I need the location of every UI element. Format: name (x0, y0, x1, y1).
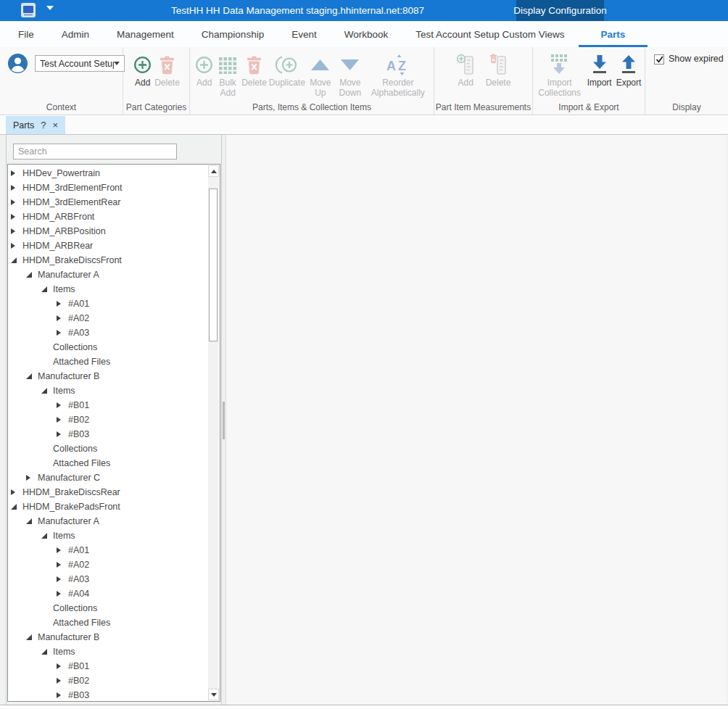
tree-item-a01[interactable]: #A01 (8, 297, 220, 311)
expander-expanded-icon[interactable] (26, 272, 32, 278)
delete-part-item-button[interactable]: Delete (241, 51, 267, 88)
add-measurement-button[interactable]: Add (456, 51, 476, 88)
tree-item-a02[interactable]: #A02 (8, 557, 220, 572)
expander-collapsed-icon[interactable] (57, 678, 61, 684)
move-down-button[interactable]: Move Down (336, 51, 365, 98)
expander-collapsed-icon[interactable] (57, 562, 61, 568)
tree-item-hhdm-brakediscsfront[interactable]: HHDM_BrakeDiscsFront (8, 253, 220, 268)
tab-parts-document[interactable]: Parts ? × (6, 116, 65, 134)
expander-expanded-icon[interactable] (41, 388, 47, 394)
duplicate-button[interactable]: Duplicate (269, 51, 305, 88)
expander-collapsed-icon[interactable] (11, 214, 15, 220)
tree-item-a03[interactable]: #A03 (8, 326, 220, 340)
expander-collapsed-icon[interactable] (57, 576, 61, 582)
tree-item-hhdm-brakepadsfront[interactable]: HHDM_BrakePadsFront (8, 499, 220, 514)
tab-admin[interactable]: Admin (48, 22, 103, 47)
add-part-category-button[interactable]: Add (133, 51, 152, 88)
tab-parts[interactable]: Parts (579, 22, 648, 47)
expander-collapsed-icon[interactable] (57, 315, 61, 321)
show-expired-checkbox[interactable]: Show expired (645, 47, 728, 65)
close-icon[interactable]: × (52, 120, 58, 130)
tree-item-collections[interactable]: Collections (8, 441, 220, 456)
tree-item-a02[interactable]: #A02 (8, 311, 220, 326)
tab-workbook[interactable]: Workbook (331, 22, 402, 47)
expander-collapsed-icon[interactable] (57, 663, 61, 669)
tree-item-items[interactable]: Items (8, 282, 220, 297)
reorder-alphabetically-button[interactable]: A Z Reorder Alphabetically (367, 51, 429, 98)
expander-collapsed-icon[interactable] (57, 692, 61, 698)
expander-collapsed-icon[interactable] (57, 547, 61, 553)
scroll-down-button[interactable] (208, 689, 219, 700)
tree-item-collections[interactable]: Collections (8, 601, 220, 615)
context-selector[interactable]: Test Account Setup (35, 55, 125, 72)
tree-item-attached-files[interactable]: Attached Files (8, 456, 220, 470)
import-collections-button[interactable]: Import Collections (537, 51, 583, 98)
tab-event[interactable]: Event (278, 22, 331, 47)
expander-expanded-icon[interactable] (26, 518, 32, 524)
tree-item-collections[interactable]: Collections (8, 340, 220, 354)
expander-collapsed-icon[interactable] (11, 243, 15, 249)
app-icon[interactable] (21, 3, 36, 17)
search-input[interactable] (13, 144, 177, 159)
tree-item-items[interactable]: Items (8, 383, 220, 398)
tree-item-manufacturer-a[interactable]: Manufacturer A (8, 514, 220, 528)
help-icon[interactable]: ? (41, 120, 46, 130)
expander-collapsed-icon[interactable] (57, 330, 61, 336)
expander-collapsed-icon[interactable] (11, 185, 15, 191)
tab-management[interactable]: Management (103, 22, 188, 47)
tree-item-a01[interactable]: #A01 (8, 543, 220, 557)
tree-item-hhdm-3rdelementrear[interactable]: HHDM_3rdElementRear (8, 195, 220, 210)
tab-test-account-setup-custom-views[interactable]: Test Account Setup Custom Views (402, 22, 578, 47)
tree-item-attached-files[interactable]: Attached Files (8, 615, 220, 630)
expander-collapsed-icon[interactable] (57, 417, 61, 423)
expander-expanded-icon[interactable] (26, 373, 32, 379)
expander-expanded-icon[interactable] (41, 649, 47, 655)
expander-collapsed-icon[interactable] (26, 475, 30, 481)
expander-expanded-icon[interactable] (11, 504, 17, 510)
tree-item-items[interactable]: Items (8, 528, 220, 543)
expander-collapsed-icon[interactable] (57, 591, 61, 597)
tree-item-manufacturer-b[interactable]: Manufacturer B (8, 369, 220, 383)
expander-collapsed-icon[interactable] (57, 402, 61, 408)
delete-measurement-button[interactable]: Delete (486, 51, 511, 88)
bulk-add-button[interactable]: Bulk Add (216, 51, 239, 98)
tree-item-manufacturer-a[interactable]: Manufacturer A (8, 268, 220, 282)
tab-championship[interactable]: Championship (188, 22, 278, 47)
expander-expanded-icon[interactable] (41, 533, 47, 539)
tree-item-b02[interactable]: #B02 (8, 412, 220, 427)
add-part-item-button[interactable]: Add (194, 51, 214, 88)
tree-item-hhdm-brakediscsrear[interactable]: HHDM_BrakeDiscsRear (8, 485, 220, 499)
tree-item-hhdm-arbposition[interactable]: HHDM_ARBPosition (8, 224, 220, 239)
expander-collapsed-icon[interactable] (11, 199, 15, 205)
expander-collapsed-icon[interactable] (57, 301, 61, 307)
tree-item-b01[interactable]: #B01 (8, 659, 220, 673)
tree-item-attached-files[interactable]: Attached Files (8, 354, 220, 369)
tree-item-b03[interactable]: #B03 (8, 427, 220, 441)
expander-collapsed-icon[interactable] (57, 431, 61, 437)
scroll-up-button[interactable] (208, 165, 219, 177)
tree-item-b02[interactable]: #B02 (8, 673, 220, 688)
expander-collapsed-icon[interactable] (11, 170, 15, 176)
tree-item-items[interactable]: Items (8, 644, 220, 659)
expander-collapsed-icon[interactable] (11, 228, 15, 234)
expander-expanded-icon[interactable] (11, 257, 17, 263)
export-button[interactable]: Export (616, 51, 642, 88)
expander-expanded-icon[interactable] (41, 286, 47, 292)
tree-item-hhdm-arbfront[interactable]: HHDM_ARBFront (8, 210, 220, 224)
tree-item-a03[interactable]: #A03 (8, 572, 220, 586)
contextual-tab-display-configuration[interactable]: Display Configuration (516, 0, 604, 21)
delete-part-category-button[interactable]: Delete (154, 51, 180, 88)
scrollbar-thumb[interactable] (209, 188, 218, 341)
tree-item-b03[interactable]: #B03 (8, 688, 220, 702)
tree-scrollbar[interactable] (208, 165, 219, 700)
tree-item-hhdm-arbrear[interactable]: HHDM_ARBRear (8, 239, 220, 253)
expander-expanded-icon[interactable] (26, 634, 32, 640)
window-menu-caret-icon[interactable] (46, 6, 54, 10)
splitter-grip[interactable] (223, 402, 225, 439)
tree-item-hhdm-3rdelementfront[interactable]: HHDM_3rdElementFront (8, 181, 220, 195)
expander-collapsed-icon[interactable] (11, 489, 15, 495)
tree-item-b01[interactable]: #B01 (8, 398, 220, 412)
tree-item-manufacturer-c[interactable]: Manufacturer C (8, 470, 220, 485)
tree-item-a04[interactable]: #A04 (8, 586, 220, 601)
tab-file[interactable]: File (4, 22, 48, 47)
